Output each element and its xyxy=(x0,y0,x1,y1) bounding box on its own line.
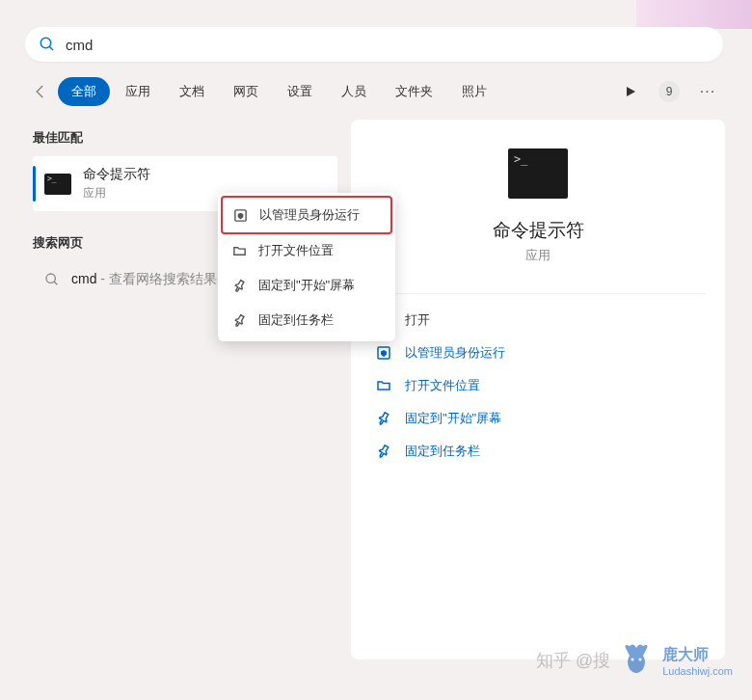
svg-point-3 xyxy=(46,274,55,283)
detail-title: 命令提示符 xyxy=(370,218,706,243)
pin-icon xyxy=(376,411,391,426)
badge-count: 9 xyxy=(658,81,680,102)
action-run-as-admin[interactable]: 以管理员身份运行 xyxy=(370,337,706,369)
action-pin-start[interactable]: 固定到"开始"屏幕 xyxy=(370,402,706,435)
watermark: 知乎 @搜 鹿大师 Ludashiwj.com xyxy=(536,640,733,681)
ctx-pin-taskbar[interactable]: 固定到任务栏 xyxy=(222,303,391,337)
svg-point-0 xyxy=(40,38,51,48)
detail-app-icon xyxy=(508,148,568,199)
back-button[interactable] xyxy=(25,76,56,107)
pin-icon xyxy=(231,312,247,328)
svg-line-1 xyxy=(49,46,53,50)
svg-line-4 xyxy=(54,282,57,284)
folder-icon xyxy=(231,243,247,258)
badge-button[interactable]: 9 xyxy=(654,76,685,107)
result-subtitle: 应用 xyxy=(83,185,150,202)
ctx-run-as-admin[interactable]: 以管理员身份运行 xyxy=(221,196,392,234)
action-open[interactable]: 打开 xyxy=(370,304,706,337)
cmd-app-icon xyxy=(44,174,71,195)
search-icon xyxy=(44,272,60,287)
filter-tab-web[interactable]: 网页 xyxy=(220,77,272,106)
action-open-location[interactable]: 打开文件位置 xyxy=(370,369,706,402)
admin-icon xyxy=(376,345,391,361)
admin-icon xyxy=(232,207,248,223)
search-icon xyxy=(39,36,56,53)
detail-panel: 命令提示符 应用 打开 以管理员身份运行 打开文件位置 固定到"开始"屏幕 固定… xyxy=(351,120,725,660)
best-match-label: 最佳匹配 xyxy=(33,129,337,147)
filter-tab-photos[interactable]: 照片 xyxy=(448,77,500,106)
filter-row: 全部 应用 文档 网页 设置 人员 文件夹 照片 9 ··· xyxy=(25,75,723,108)
search-box[interactable] xyxy=(25,27,723,62)
more-button[interactable]: ··· xyxy=(692,76,723,107)
deer-logo-icon xyxy=(616,640,657,681)
svg-point-9 xyxy=(631,659,634,661)
ctx-open-location[interactable]: 打开文件位置 xyxy=(222,233,391,268)
play-icon xyxy=(625,86,636,97)
ctx-pin-start[interactable]: 固定到"开始"屏幕 xyxy=(222,268,391,303)
search-input[interactable] xyxy=(66,37,710,53)
context-menu: 以管理员身份运行 打开文件位置 固定到"开始"屏幕 固定到任务栏 xyxy=(218,193,395,341)
filter-tab-settings[interactable]: 设置 xyxy=(274,77,326,106)
action-pin-taskbar[interactable]: 固定到任务栏 xyxy=(370,435,706,468)
play-button[interactable] xyxy=(615,76,646,107)
filter-tab-people[interactable]: 人员 xyxy=(328,77,380,106)
filter-tab-all[interactable]: 全部 xyxy=(58,77,110,106)
web-result-text: cmd - 查看网络搜索结果 xyxy=(71,271,217,288)
filter-tab-apps[interactable]: 应用 xyxy=(112,77,164,106)
arrow-left-icon xyxy=(32,83,49,100)
folder-icon xyxy=(376,378,391,393)
more-icon: ··· xyxy=(700,83,715,100)
filter-tab-documents[interactable]: 文档 xyxy=(166,77,218,106)
pin-icon xyxy=(376,444,391,459)
svg-marker-2 xyxy=(627,87,635,96)
result-title: 命令提示符 xyxy=(83,166,150,183)
svg-point-10 xyxy=(639,659,642,661)
pin-icon xyxy=(231,278,247,293)
filter-tab-folders[interactable]: 文件夹 xyxy=(382,77,446,106)
detail-type: 应用 xyxy=(370,247,706,264)
